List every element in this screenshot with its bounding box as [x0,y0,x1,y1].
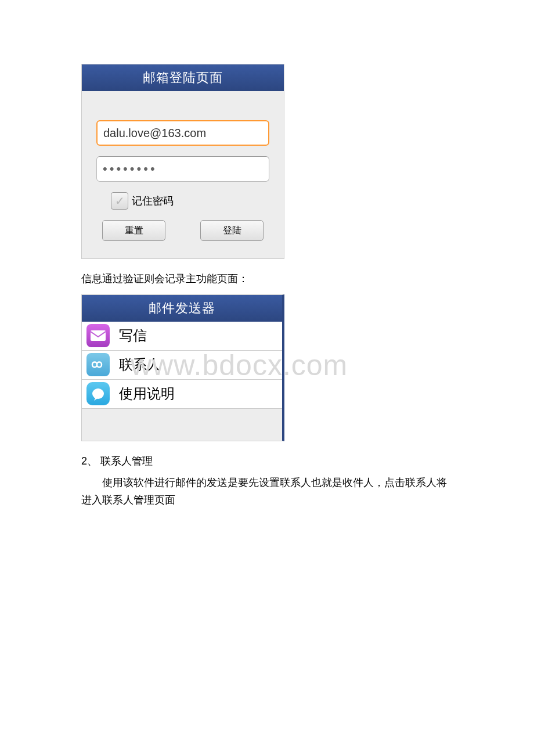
menu-item-contacts[interactable]: 联系人 [82,351,282,380]
menu-item-compose[interactable]: 写信 [82,322,282,351]
email-field[interactable] [96,120,269,146]
menu-item-help[interactable]: 使用说明 [82,380,282,409]
login-screen: 邮箱登陆页面 ✓ 记住密码 重置 登陆 [81,64,284,259]
help-icon [86,382,110,405]
section-heading: 2、 联系人管理 [81,454,534,468]
menu-label: 写信 [119,326,147,345]
svg-point-1 [92,388,104,399]
paragraph-contacts: 使用该软件进行邮件的发送是要先设置联系人也就是收件人，点击联系人将进入联系人管理… [81,474,453,509]
login-title: 邮箱登陆页面 [82,64,284,91]
button-row: 重置 登陆 [96,220,269,241]
menu-filler [82,409,282,441]
doc-caption-1: 信息通过验证则会记录主功能页面： [81,271,534,287]
login-form: ✓ 记住密码 重置 登陆 [82,91,284,258]
svg-rect-0 [91,330,106,341]
menu-label: 联系人 [119,355,161,374]
main-menu-screen: 邮件发送器 写信 联系人 使用说明 [81,294,284,441]
remember-label: 记住密码 [132,194,174,208]
check-icon: ✓ [115,194,125,208]
remember-row: ✓ 记住密码 [111,192,269,210]
mail-icon [86,324,110,347]
remember-checkbox[interactable]: ✓ [111,192,128,210]
contacts-icon [86,353,110,376]
reset-button[interactable]: 重置 [102,220,165,241]
password-field[interactable] [96,156,269,182]
menu-label: 使用说明 [119,384,175,403]
main-title: 邮件发送器 [82,295,282,322]
menu-list: 写信 联系人 使用说明 [82,322,282,409]
login-button[interactable]: 登陆 [200,220,264,241]
